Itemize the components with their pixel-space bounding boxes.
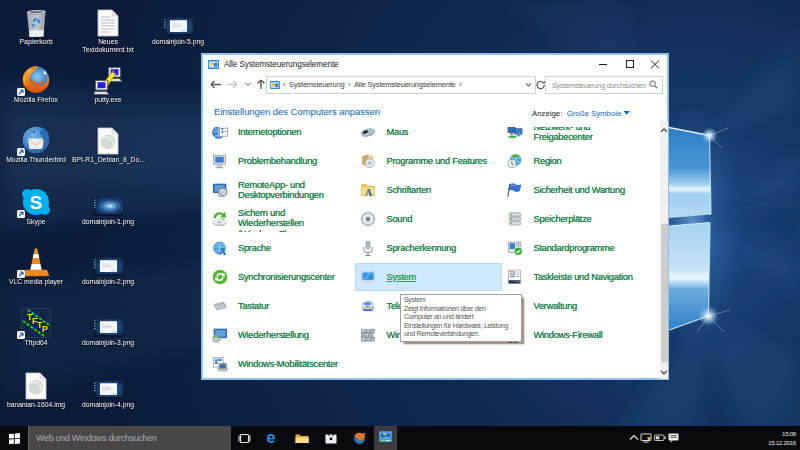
svg-text:A: A bbox=[365, 187, 373, 198]
svg-text:P: P bbox=[42, 324, 48, 334]
svg-text:A: A bbox=[218, 246, 226, 256]
svg-text:S: S bbox=[30, 192, 43, 213]
